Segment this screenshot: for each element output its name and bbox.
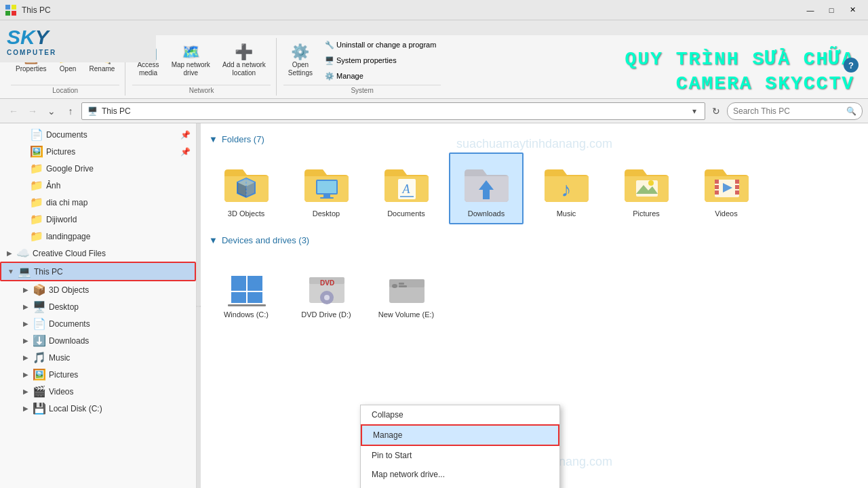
expand-icon: ▶ bbox=[22, 405, 30, 413]
device-dvd[interactable]: DVD DVD Drive (D:) bbox=[289, 253, 363, 325]
title-controls[interactable]: — □ ✕ bbox=[800, 3, 863, 17]
device-svg-newvolume bbox=[381, 262, 432, 306]
open-settings-button[interactable]: ⚙️ OpenSettings bbox=[283, 41, 317, 81]
landingpage-icon: 📁 bbox=[30, 230, 43, 243]
sidebar-item-documents2[interactable]: ▶ 📄 Documents bbox=[0, 315, 196, 332]
close-button[interactable]: ✕ bbox=[842, 3, 863, 17]
sidebar-item-dijiworld[interactable]: 📁 Dijiworld bbox=[0, 211, 196, 228]
folder-icon-3dobjects bbox=[219, 159, 273, 207]
svg-rect-11 bbox=[323, 195, 330, 197]
sidebar-item-thispc[interactable]: ▼ 💻 This PC bbox=[0, 262, 196, 281]
system-properties-button[interactable]: 🖥️ System properties bbox=[320, 54, 441, 68]
sidebar-label: Desktop bbox=[49, 302, 191, 312]
recent-locations-button[interactable]: ⌄ bbox=[43, 103, 60, 119]
devices-section-header[interactable]: ▼ Devices and drives (3) bbox=[209, 235, 860, 245]
ribbon-group-system: ⚙️ OpenSettings 🔧 Uninstall or change a … bbox=[278, 38, 447, 96]
context-item-pin-to-start[interactable]: Pin to Start bbox=[361, 446, 559, 465]
music-icon: 🎵 bbox=[33, 351, 46, 364]
folder-pictures[interactable]: Pictures bbox=[609, 152, 684, 224]
sidebar-item-anh[interactable]: 📁 Ảnh bbox=[0, 177, 196, 194]
expand-icon bbox=[5, 232, 14, 241]
sidebar-item-diachmap[interactable]: 📁 dia chi map bbox=[0, 194, 196, 211]
forward-button[interactable]: → bbox=[24, 103, 41, 119]
maximize-button[interactable]: □ bbox=[821, 3, 842, 17]
svg-rect-2 bbox=[5, 11, 10, 16]
thispc-icon: 💻 bbox=[18, 265, 31, 278]
sidebar-item-landingpage[interactable]: 📁 landingpage bbox=[0, 228, 196, 245]
sidebar-label: Ảnh bbox=[46, 181, 191, 190]
device-label-newvolume: New Volume (E:) bbox=[378, 310, 435, 319]
sidebar-label: Documents bbox=[49, 319, 191, 329]
sidebar-item-pictures2[interactable]: ▶ 🖼️ Pictures bbox=[0, 366, 196, 383]
expand-icon bbox=[5, 216, 14, 224]
content-area: suachuamaytinhdanang.com ▼ Folders (7) bbox=[201, 123, 868, 488]
sidebar-label: Dijiworld bbox=[46, 215, 191, 224]
sidebar-item-videos[interactable]: ▶ 🎬 Videos bbox=[0, 383, 196, 400]
sidebar-label: Documents bbox=[46, 130, 178, 140]
context-item-collapse[interactable]: Collapse bbox=[361, 405, 559, 424]
search-box[interactable]: 🔍 bbox=[727, 102, 863, 120]
sidebar-label: Local Disk (C:) bbox=[49, 404, 191, 413]
computer-text: COMPUTER bbox=[7, 49, 156, 56]
svg-rect-24 bbox=[715, 190, 719, 195]
context-item-map-network-drive[interactable]: Map network drive... bbox=[361, 465, 559, 484]
up-button[interactable]: ↑ bbox=[62, 103, 79, 119]
svg-rect-3 bbox=[12, 11, 16, 16]
folder-icon-documents: A bbox=[379, 159, 433, 207]
svg-rect-42 bbox=[399, 283, 404, 285]
sidebar-item-pictures[interactable]: 🖼️ Pictures 📌 bbox=[0, 143, 196, 160]
context-item-open-new-window[interactable]: Open in new window bbox=[361, 484, 559, 488]
context-item-manage[interactable]: Manage bbox=[361, 424, 559, 446]
sidebar-item-localdisk[interactable]: ▶ 💾 Local Disk (C:) bbox=[0, 400, 196, 417]
sidebar-item-documents[interactable]: 📄 Documents 📌 bbox=[0, 126, 196, 143]
folder-3dobjects[interactable]: 3D Objects bbox=[209, 152, 283, 224]
manage-ribbon-button[interactable]: ⚙️ Manage bbox=[320, 69, 441, 83]
back-button[interactable]: ← bbox=[5, 103, 22, 119]
svg-rect-18 bbox=[636, 180, 658, 197]
system-buttons: ⚙️ OpenSettings 🔧 Uninstall or change a … bbox=[283, 38, 441, 83]
refresh-button[interactable]: ↻ bbox=[708, 103, 724, 119]
context-menu: Collapse Manage Pin to Start Map network… bbox=[360, 405, 560, 488]
sidebar-item-downloads[interactable]: ▶ ⬇️ Downloads bbox=[0, 332, 196, 349]
sidebar-label: landingpage bbox=[46, 232, 191, 241]
add-network-location-button[interactable]: ➕ Add a networklocation bbox=[218, 41, 271, 81]
device-newvolume[interactable]: New Volume (E:) bbox=[369, 253, 443, 325]
sidebar-item-creativecloud[interactable]: ▶ ☁️ Creative Cloud Files bbox=[0, 245, 196, 262]
folder-documents[interactable]: A Documents bbox=[369, 152, 443, 224]
folder-label-pictures: Pictures bbox=[633, 209, 660, 218]
expand-icon bbox=[5, 165, 14, 173]
svg-rect-0 bbox=[5, 5, 10, 9]
folder-icon-music: ♪ bbox=[539, 159, 593, 207]
sidebar-item-music[interactable]: ▶ 🎵 Music bbox=[0, 349, 196, 366]
localdisk-icon: 💾 bbox=[33, 402, 46, 415]
sidebar-item-desktop[interactable]: ▶ 🖥️ Desktop bbox=[0, 298, 196, 315]
search-input[interactable] bbox=[733, 106, 844, 116]
folder-icon-videos bbox=[699, 159, 753, 207]
search-icon: 🔍 bbox=[846, 106, 856, 116]
expand-icon: ▶ bbox=[22, 337, 30, 345]
expand-icon bbox=[5, 131, 14, 139]
address-path[interactable]: 🖥️ This PC ▾ bbox=[81, 102, 705, 120]
folder-label-desktop: Desktop bbox=[313, 209, 340, 218]
svg-rect-27 bbox=[735, 190, 739, 195]
map-network-drive-button[interactable]: 🗺️ Map networkdrive bbox=[167, 41, 215, 81]
device-windows[interactable]: Windows (C:) bbox=[209, 253, 283, 325]
folder-videos[interactable]: Videos bbox=[689, 152, 764, 224]
sidebar-item-3dobjects[interactable]: ▶ 📦 3D Objects bbox=[0, 281, 196, 298]
documents-icon: 📄 bbox=[30, 128, 43, 141]
folder-downloads[interactable]: Downloads bbox=[449, 152, 524, 224]
sidebar-item-googledrive[interactable]: 📁 Google Drive bbox=[0, 160, 196, 177]
folders-section-header[interactable]: ▼ Folders (7) bbox=[209, 134, 860, 144]
address-dropdown-arrow[interactable]: ▾ bbox=[692, 106, 699, 116]
folder-desktop[interactable]: Desktop bbox=[289, 152, 363, 224]
title-bar: This PC — □ ✕ bbox=[0, 0, 868, 20]
folder-music[interactable]: ♪ Music bbox=[529, 152, 604, 224]
help-icon[interactable]: ? bbox=[844, 58, 859, 73]
minimize-button[interactable]: — bbox=[800, 3, 821, 17]
expand-icon: ▶ bbox=[22, 388, 30, 396]
uninstall-button[interactable]: 🔧 Uninstall or change a program bbox=[320, 38, 441, 52]
devices-grid: Windows (C:) DVD DVD Drive (D:) bbox=[209, 253, 860, 325]
device-label-windows: Windows (C:) bbox=[224, 310, 269, 319]
svg-point-41 bbox=[392, 284, 397, 288]
googledrive-icon: 📁 bbox=[30, 162, 43, 175]
